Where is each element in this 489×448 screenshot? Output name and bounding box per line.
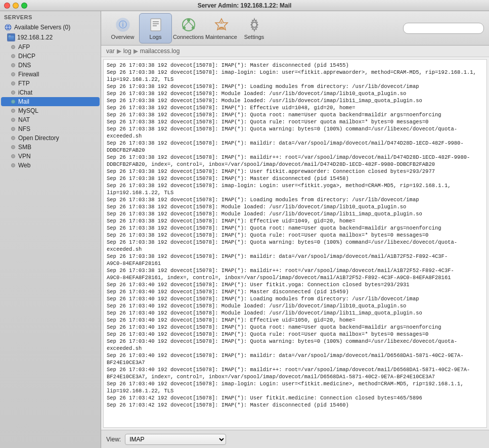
sidebar-item-ichat[interactable]: iChat: [1, 88, 100, 97]
log-container: Sep 26 17:03:38 192 dovecot[15078]: IMAP…: [103, 59, 487, 428]
sidebar-item-server[interactable]: 192.168.1.22: [0, 32, 101, 42]
sidebar-item-mail[interactable]: Mail: [1, 97, 100, 106]
status-dot: [11, 109, 15, 113]
log-line: Sep 26 17:03:40 192 dovecot[15078]: imap…: [107, 380, 483, 387]
sidebar-item-label: FTP: [18, 80, 30, 87]
sidebar-item-dhcp[interactable]: DHCP: [1, 52, 100, 61]
log-line: Sep 26 17:03:38 192 dovecot[15078]: IMAP…: [107, 118, 483, 125]
log-line: BF24E10CE3A7, index=, control=, inbox=/v…: [107, 373, 483, 380]
status-dot: [11, 136, 15, 140]
log-line: Sep 26 17:03:38 192 dovecot[15078]: IMAP…: [107, 125, 483, 132]
sidebar-item-label: NAT: [18, 116, 30, 123]
tab-connections[interactable]: Connections: [172, 13, 205, 43]
sidebar-item-available-servers[interactable]: Available Servers (0): [0, 22, 101, 32]
sidebar-item-web[interactable]: Web: [1, 161, 100, 170]
sidebar-item-label: DNS: [18, 62, 31, 69]
svg-line-18: [189, 22, 193, 26]
sidebar-item-nfs[interactable]: NFS: [1, 124, 100, 133]
log-line: lip=192.168.1.22, TLS: [107, 387, 483, 394]
tab-overview[interactable]: ⓘ Overview: [106, 13, 139, 43]
sidebar-item-nat[interactable]: NAT: [1, 115, 100, 124]
log-line: Sep 26 17:03:42 192 dovecot[15078]: IMAP…: [107, 394, 483, 401]
log-line: Sep 26 17:03:40 192 dovecot[15078]: IMAP…: [107, 324, 483, 331]
log-line: Sep 26 17:03:40 192 dovecot[15078]: IMAP…: [107, 281, 483, 288]
server-icon: [7, 33, 15, 41]
sidebar-item-smb[interactable]: SMB: [1, 143, 100, 152]
maximize-button[interactable]: [21, 3, 27, 9]
status-dot: [11, 91, 15, 95]
log-line: A9C0-84EFA8F28161, index=, control=, inb…: [107, 274, 483, 281]
sidebar-item-label: NFS: [18, 125, 30, 132]
log-line: A9C0-84EFA8F28161: [107, 260, 483, 267]
status-dot: [11, 145, 15, 149]
breadcrumb-sep-1: ▶: [117, 48, 121, 55]
log-line: Sep 26 17:03:38 192 dovecot[15078]: IMAP…: [107, 225, 483, 232]
log-line: Sep 26 17:03:40 192 dovecot[15078]: IMAP…: [107, 288, 483, 295]
window-title: Server Admin: 192.168.1.22: Mail: [198, 2, 292, 9]
log-line: Sep 26 17:03:38 192 dovecot[15078]: IMAP…: [107, 140, 483, 147]
logs-icon: [148, 17, 164, 33]
log-line: DDBCFB2FAB20, index=, control=, inbox=/v…: [107, 161, 483, 168]
log-line: DDBCFB2FAB20: [107, 147, 483, 154]
status-dot: [11, 45, 15, 49]
log-line: Sep 26 17:03:38 192 dovecot[15078]: IMAP…: [107, 232, 483, 239]
view-label: View:: [106, 436, 121, 443]
log-line: Sep 26 17:03:38 192 dovecot[15078]: IMAP…: [107, 217, 483, 225]
log-line: Sep 26 17:03:38 192 dovecot[15078]: IMAP…: [107, 111, 483, 118]
sidebar-item-opendirectory[interactable]: Open Directory: [1, 133, 100, 143]
sidebar: SERVERS Available Servers (0): [0, 11, 101, 448]
server-ip-label: 192.168.1.22: [17, 34, 53, 41]
main-layout: SERVERS Available Servers (0): [0, 11, 489, 448]
svg-point-5: [9, 35, 10, 36]
content-area: ⓘ Overview Logs: [101, 11, 489, 448]
log-line: lip=192.168.1.22, TLS: [107, 76, 483, 83]
status-dot: [11, 72, 15, 76]
search-input[interactable]: [403, 23, 484, 34]
toolbar: ⓘ Overview Logs: [101, 11, 489, 46]
sidebar-item-label: SMB: [18, 144, 31, 151]
log-line: Sep 26 17:03:42 192 dovecot[15078]: IMAP…: [107, 401, 483, 409]
status-dot: [11, 81, 15, 85]
breadcrumb-sep-2: ▶: [134, 48, 138, 55]
svg-point-14: [187, 19, 190, 22]
maintenance-label: Maintenance: [205, 34, 237, 40]
log-line: exceeded.sh: [107, 345, 483, 352]
svg-point-6: [10, 35, 11, 36]
view-select[interactable]: IMAPSMTPPOPAll: [125, 434, 226, 445]
sidebar-item-label: iChat: [18, 89, 32, 96]
tab-maintenance[interactable]: Maintenance: [205, 13, 238, 43]
log-line: Sep 26 17:03:40 192 dovecot[15078]: Modu…: [107, 302, 483, 309]
log-line: Sep 26 17:03:38 192 dovecot[15078]: IMAP…: [107, 267, 483, 274]
log-line: Sep 26 17:03:40 192 dovecot[15078]: IMAP…: [107, 338, 483, 345]
svg-rect-19: [219, 27, 224, 30]
titlebar: Server Admin: 192.168.1.22: Mail: [0, 0, 489, 11]
minimize-button[interactable]: [13, 3, 19, 9]
sidebar-items: AFPDHCPDNSFirewallFTPiChatMailMySQLNATNF…: [0, 42, 101, 170]
log-line: Sep 26 17:03:38 192 dovecot[15078]: IMAP…: [107, 154, 483, 161]
log-line: Sep 26 17:03:38 192 dovecot[15078]: IMAP…: [107, 175, 483, 182]
sidebar-item-firewall[interactable]: Firewall: [1, 70, 100, 79]
breadcrumb: var ▶ log ▶ mailaccess.log: [101, 46, 489, 57]
sidebar-item-vpn[interactable]: VPN: [1, 152, 100, 161]
log-line: exceeded.sh: [107, 246, 483, 253]
tab-logs[interactable]: Logs: [139, 13, 172, 43]
log-line: Sep 26 17:03:38 192 dovecot[15078]: imap…: [107, 182, 483, 189]
status-dot: [11, 54, 15, 58]
logs-label: Logs: [150, 34, 162, 40]
tab-settings[interactable]: Settings: [238, 13, 271, 43]
sidebar-item-dns[interactable]: DNS: [1, 61, 100, 70]
sidebar-item-mysql[interactable]: MySQL: [1, 106, 100, 115]
sidebar-item-afp[interactable]: AFP: [1, 42, 100, 52]
log-line: Sep 26 17:03:38 192 dovecot[15078]: Modu…: [107, 210, 483, 217]
bottom-bar: View: IMAPSMTPPOPAll: [101, 430, 489, 448]
sidebar-item-label: Open Directory: [18, 135, 59, 142]
status-dot: [11, 118, 15, 122]
breadcrumb-part-3: mailaccess.log: [140, 48, 180, 55]
log-line: Sep 26 17:03:38 192 dovecot[15078]: IMAP…: [107, 104, 483, 111]
log-content[interactable]: Sep 26 17:03:38 192 dovecot[15078]: IMAP…: [104, 60, 486, 427]
sidebar-item-ftp[interactable]: FTP: [1, 79, 100, 88]
svg-line-17: [184, 22, 189, 26]
close-button[interactable]: [4, 3, 10, 9]
sidebar-item-label: DHCP: [18, 53, 35, 60]
log-line: lip=192.168.1.22, TLS: [107, 189, 483, 196]
